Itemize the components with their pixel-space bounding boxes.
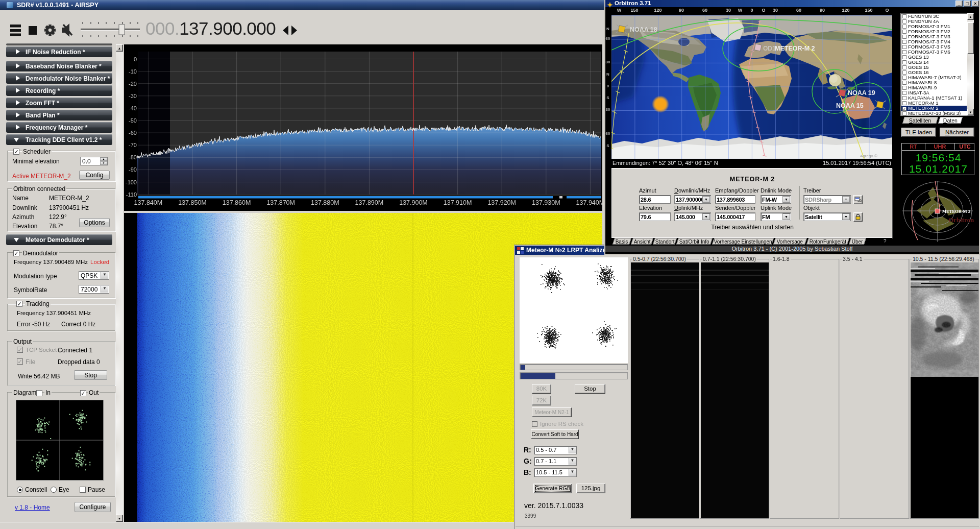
svg-text:Orbitron: Orbitron [948,216,974,224]
svg-text:METEOR-M 2: METEOR-M 2 [775,45,815,52]
svg-text:NOAA 19: NOAA 19 [848,89,875,97]
svg-text:-100: -100 [126,179,137,185]
svg-text:-10: -10 [129,68,137,75]
svg-text:137.860M: 137.860M [223,199,251,206]
svg-text:137.840M: 137.840M [134,199,163,206]
svg-text:0: 0 [134,56,137,62]
svg-text:-20: -20 [129,81,137,87]
svg-text:137.930M: 137.930M [532,199,560,206]
svg-text:METEOR-M 2: METEOR-M 2 [942,209,970,214]
svg-text:-50: -50 [129,117,137,124]
svg-text:-60: -60 [129,130,137,136]
svg-text:Agrego ©: Agrego © [860,154,877,158]
svg-text:-30: -30 [129,93,137,99]
svg-text:137.920M: 137.920M [487,199,516,206]
svg-text:137.910M: 137.910M [444,199,472,206]
svg-text:NOAA 15: NOAA 15 [836,102,864,109]
svg-text:-80: -80 [129,154,137,160]
svg-text:NOAA 18: NOAA 18 [630,26,657,33]
svg-text:-90: -90 [129,166,137,173]
svg-text:-110: -110 [126,191,137,198]
svg-text:OD1: OD1 [763,45,776,52]
svg-text:137.890M: 137.890M [355,199,384,206]
svg-text:137.880M: 137.880M [311,199,339,206]
svg-text:-40: -40 [129,105,137,111]
svg-text:137.940M: 137.940M [576,199,602,206]
svg-text:-70: -70 [129,142,137,148]
svg-text:137.900M: 137.900M [399,199,428,206]
svg-text:137.850M: 137.850M [178,199,207,206]
svg-text:137.870M: 137.870M [266,199,295,206]
